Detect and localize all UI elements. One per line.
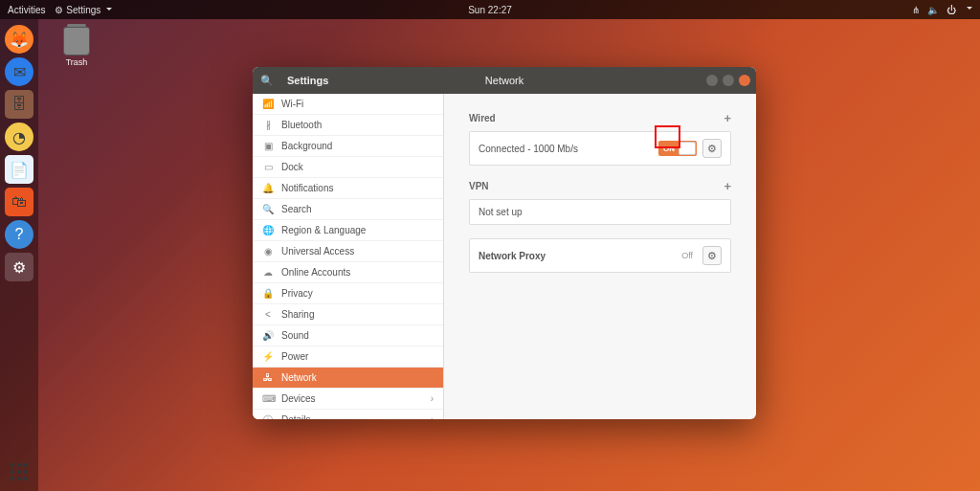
sidebar-item-label: Details [281, 414, 311, 419]
app-menu[interactable]: ⚙ Settings [55, 5, 112, 15]
sidebar-icon: 🔔 [262, 183, 274, 193]
sidebar-icon: ∦ [262, 120, 274, 130]
sidebar-item-network[interactable]: 🖧Network [253, 368, 443, 389]
sidebar-item-universal-access[interactable]: ◉Universal Access [253, 241, 443, 262]
sidebar-item-label: Power [281, 351, 308, 362]
sidebar-icon: 🔍 [262, 204, 274, 214]
window-minimize-button[interactable] [706, 75, 718, 86]
sidebar-item-label: Wi-Fi [281, 99, 303, 109]
sidebar-item-label: Network [281, 372, 317, 383]
chevron-down-icon [106, 8, 112, 13]
proxy-section: Network Proxy Off ⚙ [469, 238, 731, 273]
settings-sidebar: 📶Wi-Fi∦Bluetooth▣Background▭Dock🔔Notific… [253, 94, 444, 419]
sidebar-item-search[interactable]: 🔍Search [253, 199, 443, 220]
chevron-down-icon [967, 7, 972, 12]
sidebar-item-label: Sound [281, 330, 309, 341]
sidebar-icon: < [262, 309, 274, 320]
sidebar-item-dock[interactable]: ▭Dock [253, 157, 443, 178]
sidebar-item-sound[interactable]: 🔊Sound [253, 325, 443, 346]
sidebar-icon: 🌐 [262, 225, 274, 235]
wired-settings-button[interactable]: ⚙ [702, 139, 722, 158]
network-proxy-row: Network Proxy Off ⚙ [469, 238, 731, 273]
sidebar-icon: ⓘ [262, 413, 274, 420]
sidebar-item-region-language[interactable]: 🌐Region & Language [253, 220, 443, 241]
sidebar-icon: ⌨ [262, 393, 274, 404]
sidebar-item-sharing[interactable]: <Sharing [253, 304, 443, 325]
add-vpn-button[interactable]: + [724, 179, 731, 193]
vpn-section: VPN + Not set up [469, 179, 731, 225]
sidebar-item-bluetooth[interactable]: ∦Bluetooth [253, 115, 443, 136]
sidebar-icon: ▭ [262, 162, 274, 172]
dock-rhythmbox[interactable]: ◔ [5, 123, 33, 151]
sidebar-icon: 📶 [262, 99, 274, 109]
sidebar-icon: ⚡ [262, 351, 274, 362]
sidebar-item-background[interactable]: ▣Background [253, 136, 443, 157]
proxy-value: Off [681, 251, 693, 260]
sidebar-item-devices[interactable]: ⌨Devices› [253, 389, 443, 410]
sidebar-item-wi-fi[interactable]: 📶Wi-Fi [253, 94, 443, 115]
sidebar-item-label: Privacy [281, 288, 313, 299]
gear-icon: ⚙ [707, 250, 717, 262]
sidebar-icon: ☁ [262, 267, 274, 278]
chevron-right-icon: › [431, 393, 434, 404]
sidebar-item-notifications[interactable]: 🔔Notifications [253, 178, 443, 199]
clock[interactable]: Sun 22:27 [468, 5, 512, 15]
wired-status: Connected - 1000 Mb/s [479, 144, 578, 154]
wired-toggle[interactable]: ON [658, 141, 697, 156]
sidebar-item-label: Dock [281, 162, 303, 172]
dock-settings[interactable]: ⚙ [5, 253, 33, 281]
sidebar-item-label: Background [281, 141, 332, 151]
sidebar-icon: ▣ [262, 141, 274, 151]
window-close-button[interactable] [739, 75, 750, 86]
wired-title: Wired [469, 113, 496, 123]
sidebar-item-label: Search [281, 204, 312, 214]
sidebar-item-label: Notifications [281, 183, 333, 193]
gear-icon: ⚙ [55, 5, 63, 15]
proxy-label: Network Proxy [479, 251, 546, 261]
power-indicator-icon[interactable]: ⏻ [947, 5, 956, 15]
sidebar-icon: ◉ [262, 246, 274, 257]
settings-content: Wired + Connected - 1000 Mb/s ON ⚙ [444, 94, 756, 419]
settings-window: 🔍 Settings Network 📶Wi-Fi∦Bluetooth▣Back… [253, 67, 756, 419]
dock-firefox[interactable]: 🦊 [5, 25, 33, 54]
dock-help[interactable]: ? [5, 220, 33, 249]
sidebar-item-label: Online Accounts [281, 267, 350, 278]
activities-button[interactable]: Activities [8, 5, 45, 15]
wired-section: Wired + Connected - 1000 Mb/s ON ⚙ [469, 111, 731, 166]
trash-label: Trash [54, 57, 100, 67]
sidebar-item-power[interactable]: ⚡Power [253, 346, 443, 368]
sidebar-item-label: Devices [281, 393, 316, 404]
trash-icon [63, 27, 90, 56]
sidebar-icon: 🖧 [262, 372, 274, 383]
sound-indicator-icon[interactable]: 🔈 [927, 5, 939, 15]
vpn-title: VPN [469, 181, 489, 191]
show-applications-button[interactable] [8, 460, 31, 483]
top-panel: Activities ⚙ Settings Sun 22:27 ⋔ 🔈 ⏻ [0, 0, 980, 19]
chevron-right-icon: › [431, 414, 434, 419]
gear-icon: ⚙ [707, 143, 717, 155]
sidebar-item-label: Bluetooth [281, 120, 322, 130]
launcher-dock: 🦊 ✉ 🗄 ◔ 📄 🛍 ? ⚙ [0, 19, 38, 491]
sidebar-item-label: Universal Access [281, 246, 354, 257]
search-icon[interactable]: 🔍 [253, 75, 281, 87]
sidebar-icon: 🔒 [262, 288, 274, 299]
window-maximize-button[interactable] [723, 75, 734, 86]
window-title: Settings [281, 75, 444, 86]
dock-files[interactable]: 🗄 [5, 90, 33, 119]
desktop-trash[interactable]: Trash [54, 27, 100, 67]
sidebar-item-details[interactable]: ⓘDetails› [253, 410, 443, 419]
add-wired-button[interactable]: + [724, 111, 731, 125]
page-title: Network [485, 75, 523, 86]
sidebar-item-label: Region & Language [281, 225, 366, 235]
wired-connection-row: Connected - 1000 Mb/s ON ⚙ [469, 131, 731, 166]
network-indicator-icon[interactable]: ⋔ [912, 5, 920, 15]
dock-writer[interactable]: 📄 [5, 155, 33, 184]
dock-thunderbird[interactable]: ✉ [5, 57, 33, 86]
toggle-knob [679, 142, 696, 155]
window-titlebar[interactable]: 🔍 Settings Network [253, 67, 756, 94]
sidebar-icon: 🔊 [262, 330, 274, 341]
sidebar-item-online-accounts[interactable]: ☁Online Accounts [253, 262, 443, 283]
sidebar-item-privacy[interactable]: 🔒Privacy [253, 283, 443, 304]
proxy-settings-button[interactable]: ⚙ [702, 246, 722, 265]
dock-software[interactable]: 🛍 [5, 188, 33, 216]
